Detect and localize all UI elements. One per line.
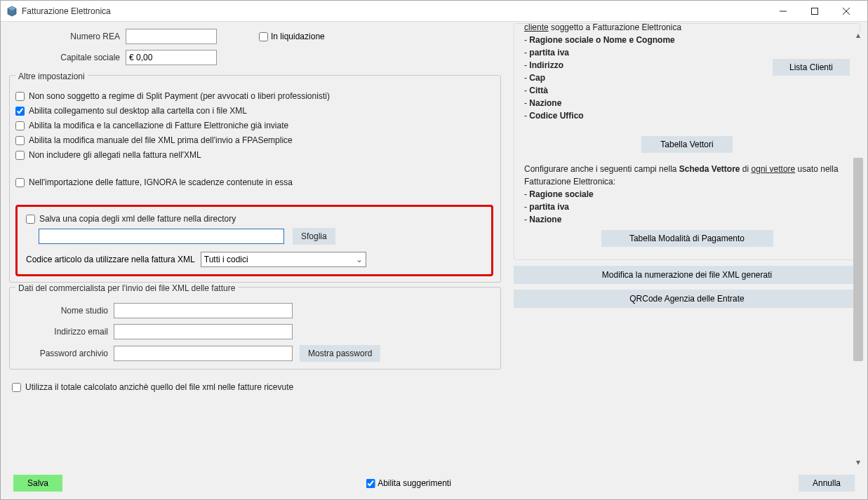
window-title: Fatturazione Elettronica xyxy=(22,6,767,16)
nome-studio-input[interactable] xyxy=(114,303,293,318)
tabella-vettori-button[interactable]: Tabella Vettori xyxy=(641,136,733,153)
email-label: Indirizzo email xyxy=(15,327,114,337)
save-button[interactable]: Salva xyxy=(13,475,62,492)
scroll-thumb[interactable] xyxy=(853,158,863,361)
password-label: Password archivio xyxy=(15,349,114,358)
numero-rea-input[interactable] xyxy=(126,29,217,44)
show-password-button[interactable]: Mostra password xyxy=(300,345,380,362)
lista-clienti-button[interactable]: Lista Clienti xyxy=(773,59,850,76)
cancel-button[interactable]: Annulla xyxy=(799,475,855,492)
cb-edit-delete[interactable] xyxy=(15,121,25,130)
cb-split-payment[interactable] xyxy=(15,92,25,101)
qrcode-button[interactable]: QRCode Agenzia delle Entrate xyxy=(514,290,860,308)
minimize-button[interactable] xyxy=(767,1,799,22)
svg-rect-3 xyxy=(811,8,817,14)
password-input[interactable] xyxy=(114,346,293,361)
left-pane: Numero REA In liquidazione Capitale soci… xyxy=(1,22,509,467)
maximize-button[interactable] xyxy=(799,1,830,22)
nome-studio-label: Nome studio xyxy=(15,306,114,316)
commercialista-group: Dati del commercialista per l'invio dei … xyxy=(9,287,501,370)
in-liquidazione-checkbox[interactable] xyxy=(259,32,268,41)
capitale-sociale-label: Capitale sociale xyxy=(13,53,126,62)
bottom-bar: Salva Abilita suggerimenti Annulla xyxy=(1,467,867,499)
codice-articolo-select[interactable]: Tutti i codici ⌄ xyxy=(201,252,366,267)
titlebar: Fatturazione Elettronica xyxy=(1,1,867,22)
cb-manual-xml[interactable] xyxy=(15,136,25,145)
codice-articolo-label: Codice articolo da utilizzare nella fatt… xyxy=(26,255,195,264)
info-block: cliente soggetto a Fatturazione Elettron… xyxy=(514,23,860,260)
in-liquidazione-label: In liquidazione xyxy=(271,32,325,41)
altre-group-title: Altre impostazioni xyxy=(15,72,88,81)
scroll-down-icon[interactable]: ▾ xyxy=(853,457,863,467)
vertical-scrollbar[interactable]: ▴ ▾ xyxy=(853,32,863,466)
cb-no-attachments[interactable] xyxy=(15,151,25,160)
commercialista-title: Dati del commercialista per l'invio dei … xyxy=(15,283,238,293)
cb-use-calculated-total[interactable] xyxy=(12,383,21,392)
altre-impostazioni-group: Altre impostazioni Non sono soggetto a r… xyxy=(9,75,501,283)
cb-salva-copia-xml[interactable] xyxy=(26,215,35,224)
close-button[interactable] xyxy=(830,1,862,22)
xml-copy-box: Salva una copia degli xml delle fatture … xyxy=(15,205,493,276)
app-icon xyxy=(6,6,18,17)
xml-directory-input[interactable] xyxy=(39,229,284,244)
cb-ignore-scadenze[interactable] xyxy=(15,178,25,187)
intro-line: cliente soggetto a Fatturazione Elettron… xyxy=(524,22,850,34)
chevron-down-icon: ⌄ xyxy=(356,255,363,264)
right-pane: cliente soggetto a Fatturazione Elettron… xyxy=(509,22,867,467)
numero-rea-label: Numero REA xyxy=(13,32,126,41)
cb-desktop-link[interactable] xyxy=(15,107,25,116)
cb-abilita-suggerimenti[interactable] xyxy=(366,479,375,488)
email-input[interactable] xyxy=(114,324,293,339)
scroll-up-icon[interactable]: ▴ xyxy=(853,30,863,40)
browse-button[interactable]: Sfoglia xyxy=(293,228,335,245)
capitale-sociale-input[interactable] xyxy=(126,50,217,65)
modalita-pagamento-button[interactable]: Tabella Modalità di Pagamento xyxy=(601,230,773,247)
modifica-numerazione-button[interactable]: Modifica la numerazione dei file XML gen… xyxy=(514,266,860,284)
config-vettore-text: Configurare anche i seguenti campi nella… xyxy=(524,163,850,188)
